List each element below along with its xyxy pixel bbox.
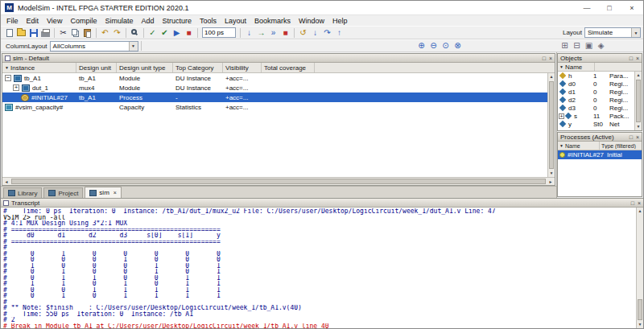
close-icon[interactable]: × xyxy=(114,190,117,195)
menu-structure[interactable]: Structure xyxy=(158,17,196,25)
close-button[interactable]: × xyxy=(621,1,643,14)
tree-row-tb_A1[interactable]: − tb_A1 tb_A1 Module DU Instance +acc=..… xyxy=(2,73,547,83)
zoom-full-button[interactable]: ⊙ xyxy=(440,40,452,51)
menu-compile[interactable]: Compile xyxy=(66,17,101,25)
zoom-in-button[interactable]: ⊕ xyxy=(415,40,427,51)
compile-all-button[interactable]: ✔ xyxy=(159,27,171,39)
undock-icon[interactable]: □ xyxy=(630,56,633,61)
stop-button[interactable]: ■ xyxy=(279,27,291,39)
close-icon[interactable]: × xyxy=(549,56,552,61)
column-header-top-category[interactable]: Top Category xyxy=(173,63,223,72)
filter-button[interactable]: ◈ xyxy=(595,40,607,51)
compile-button[interactable]: ✓ xyxy=(147,27,159,39)
continue-run-button[interactable]: → xyxy=(255,27,267,39)
tree-row-dut_1[interactable]: + dut_1 mux4 Module DU Instance +acc=... xyxy=(2,83,547,93)
column-header-name[interactable]: ▼ Name xyxy=(558,63,595,71)
transcript-header[interactable]: Transcript □ × xyxy=(1,199,643,208)
expand-icon[interactable]: + xyxy=(13,84,19,91)
menu-bookmarks[interactable]: Bookmarks xyxy=(250,17,295,25)
menu-add[interactable]: Add xyxy=(137,17,158,25)
objects-vertical-scrollbar[interactable]: ▲ ▼ xyxy=(634,72,642,130)
undock-icon[interactable]: □ xyxy=(630,134,633,140)
scroll-down-icon[interactable]: ▼ xyxy=(548,170,555,177)
menu-tools[interactable]: Tools xyxy=(196,17,221,25)
scroll-down-icon[interactable]: ▼ xyxy=(637,321,643,328)
step-into-button[interactable]: ↓ xyxy=(309,27,321,39)
sim-panel-header[interactable]: sim - Default □ × xyxy=(2,54,555,63)
find-button[interactable] xyxy=(129,27,141,39)
step-over-button[interactable]: ↷ xyxy=(321,27,333,39)
collapse-icon[interactable]: − xyxy=(5,75,11,81)
tab-project[interactable]: Project xyxy=(43,187,83,198)
object-row-y[interactable]: y St0 Net xyxy=(558,120,634,128)
transcript-console[interactable]: # Time: 0 ps Iteration: 0 Instance: /tb_… xyxy=(1,208,643,328)
columnlayout-select[interactable]: AllColumns ▼ xyxy=(50,41,138,51)
undock-icon[interactable]: □ xyxy=(543,56,546,61)
break-button[interactable]: ■ xyxy=(183,27,195,39)
object-row-d3[interactable]: d3 0 Regi... xyxy=(558,104,634,112)
maximize-button[interactable]: □ xyxy=(598,1,621,14)
scrollbar-track[interactable] xyxy=(637,215,643,321)
scrollbar-track[interactable] xyxy=(548,80,555,170)
layout-select[interactable]: Simulate ▼ xyxy=(584,27,641,38)
scroll-up-icon[interactable]: ▲ xyxy=(637,208,643,215)
scroll-right-icon[interactable]: ► xyxy=(547,179,555,184)
process-row-initial-27[interactable]: #INITIAL#27 Initial xyxy=(558,150,642,159)
run-button[interactable]: ↓ xyxy=(243,27,255,39)
copy-button[interactable] xyxy=(69,27,81,39)
close-icon[interactable]: × xyxy=(636,56,639,61)
object-row-s[interactable]: +s 11 Pack... xyxy=(558,112,634,120)
menu-file[interactable]: File xyxy=(2,17,23,25)
step-out-button[interactable]: ↑ xyxy=(333,27,345,39)
close-icon[interactable]: × xyxy=(636,134,639,140)
menu-simulate[interactable]: Simulate xyxy=(101,17,137,25)
cut-button[interactable]: ✂ xyxy=(57,27,69,39)
column-header-instance[interactable]: ▼ Instance xyxy=(2,63,76,72)
undock-icon[interactable]: □ xyxy=(631,200,634,206)
restart-button[interactable]: ↺ xyxy=(297,27,309,39)
open-button[interactable] xyxy=(15,27,27,39)
object-row-h[interactable]: h 1 Para... xyxy=(558,72,634,80)
save-button[interactable] xyxy=(27,27,39,39)
redo-button[interactable]: ↷ xyxy=(111,27,123,39)
column-header-type-filtered[interactable]: Type (filtered) xyxy=(600,143,642,149)
undo-button[interactable]: ↶ xyxy=(99,27,111,39)
processes-panel-header[interactable]: Processes (Active) □ × xyxy=(558,133,642,142)
column-header-design-unit[interactable]: Design unit xyxy=(76,63,117,72)
simulate-button[interactable]: ▶ xyxy=(171,27,183,39)
expand-icon[interactable]: + xyxy=(559,113,564,119)
scrollbar-thumb[interactable] xyxy=(11,179,546,184)
objects-panel-header[interactable]: Objects □ × xyxy=(558,54,642,63)
zoom-out-button[interactable]: ⊖ xyxy=(427,40,440,51)
menu-view[interactable]: View xyxy=(43,17,66,25)
scrollbar-thumb[interactable] xyxy=(549,81,554,169)
transcript-vertical-scrollbar[interactable]: ▲ ▼ xyxy=(636,208,643,328)
object-row-d0[interactable]: d0 0 Regi... xyxy=(558,80,634,88)
scroll-up-icon[interactable]: ▲ xyxy=(548,73,555,80)
scrollbar-thumb[interactable] xyxy=(636,80,641,122)
tree-row-initial-27[interactable]: #INITIAL#27 tb_A1 Process - +acc=... xyxy=(2,93,547,102)
menu-help[interactable]: Help xyxy=(328,17,352,25)
zoom-mode-button[interactable]: ⊗ xyxy=(452,40,464,51)
sim-horizontal-scrollbar[interactable]: ◄ ► xyxy=(2,177,555,185)
tab-library[interactable]: Library xyxy=(3,187,42,198)
menu-layout[interactable]: Layout xyxy=(221,17,250,25)
column-header-total-coverage[interactable]: Total coverage xyxy=(262,63,315,72)
sim-vertical-scrollbar[interactable]: ▲ ▼ xyxy=(547,73,555,177)
column-header-name[interactable]: ▼ Name xyxy=(558,142,600,150)
scroll-down-icon[interactable]: ▼ xyxy=(635,123,642,130)
menu-window[interactable]: Window xyxy=(295,17,328,25)
tab-sim[interactable]: sim × xyxy=(85,187,122,198)
scroll-left-icon[interactable]: ◄ xyxy=(2,179,10,184)
scrollbar-thumb[interactable] xyxy=(638,299,642,320)
run-all-button[interactable]: » xyxy=(267,27,279,39)
new-file-button[interactable] xyxy=(3,27,15,39)
tree-row-vsim-capacity[interactable]: #vsim_capacity# Capacity Statistics +acc… xyxy=(2,102,547,112)
scroll-up-icon[interactable]: ▲ xyxy=(635,72,642,79)
run-length-input[interactable] xyxy=(202,27,236,38)
collapse-all-button[interactable]: ⊟ xyxy=(571,40,583,51)
minimize-button[interactable]: — xyxy=(576,1,598,14)
paste-button[interactable] xyxy=(81,27,93,39)
menu-edit[interactable]: Edit xyxy=(23,17,43,25)
close-icon[interactable]: × xyxy=(638,200,641,206)
